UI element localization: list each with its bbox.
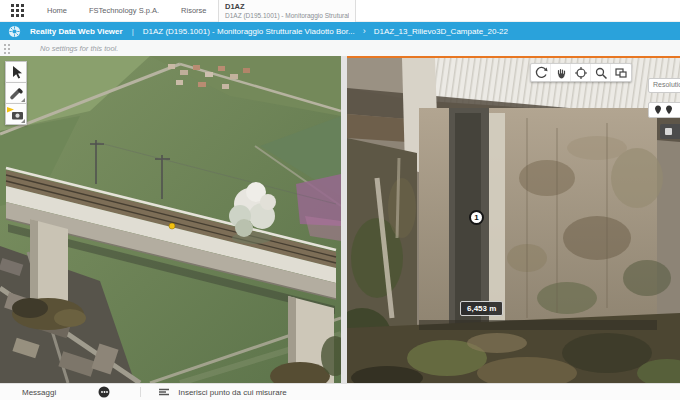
zoom-tool-button[interactable] — [591, 64, 611, 81]
measure-tool-button[interactable] — [5, 82, 27, 104]
breadcrumb-dataset[interactable]: D1AZ_13_Rilievo3D_Campate_20-22 — [374, 27, 508, 36]
messages-toggle[interactable]: Messaggi — [22, 388, 56, 397]
viewer-header-bar: Reality Data Web Viewer | D1AZ (D195.100… — [0, 22, 680, 40]
map-pin-icon — [654, 105, 662, 115]
app-launcher-grid-icon[interactable] — [11, 4, 25, 18]
breadcrumb-chevron-icon: › — [363, 26, 366, 36]
viewport-right-closeup[interactable]: 1 6,453 m Resolution — [347, 56, 680, 383]
measurement-label: 6,453 m — [460, 301, 503, 316]
panel-glyph-icon — [665, 128, 672, 135]
aerial-scene-render — [0, 56, 341, 383]
clipped-panel-resolution: Resolution — [648, 78, 680, 93]
reality-data-logo-icon — [8, 25, 21, 38]
point-marker-yellow — [169, 223, 175, 229]
fit-view-button[interactable] — [571, 64, 591, 81]
breadcrumb-project[interactable]: D1AZ (D195.1001) - Monitoraggio Struttur… — [143, 27, 355, 36]
orbit-icon — [534, 66, 548, 80]
notification-icon[interactable] — [98, 386, 110, 398]
pan-tool-button[interactable] — [551, 64, 571, 81]
closeup-scene-render — [347, 58, 680, 383]
orbit-tool-button[interactable] — [531, 64, 551, 81]
project-tab-subtitle: D1AZ (D195.1001) - Monitoraggio Strutura… — [225, 11, 349, 21]
dropdown-corner-icon — [21, 119, 25, 123]
zoom-magnifier-icon — [594, 66, 608, 80]
drag-handle-icon[interactable] — [3, 43, 10, 54]
capture-tool-button[interactable] — [5, 103, 27, 125]
viewport-area: 1 6,453 m Resolution — [0, 56, 680, 383]
viewport-left-aerial[interactable] — [0, 56, 341, 383]
project-tab[interactable]: D1AZ D1AZ (D195.1001) - Monitoraggio Str… — [218, 0, 356, 22]
app-window: Home FSTechnology S.p.A. Risorse Progett… — [0, 0, 680, 400]
cursor-arrow-icon — [8, 64, 24, 80]
menu-item-risorse[interactable]: Risorse — [181, 6, 206, 15]
fit-view-icon — [574, 66, 588, 80]
window-layout-button[interactable] — [611, 64, 631, 81]
status-separator — [140, 387, 141, 397]
select-tool-button[interactable] — [5, 61, 27, 83]
window-layout-icon — [614, 66, 628, 80]
status-bar: Messaggi Inserisci punto da cui misurare — [0, 383, 680, 400]
viewer-title: Reality Data Web Viewer — [30, 27, 123, 36]
measure-prompt-text: Inserisci punto da cui misurare — [178, 388, 287, 397]
pan-hand-icon — [554, 66, 568, 80]
view-toolbar — [530, 63, 632, 82]
measure-point-marker[interactable]: 1 — [469, 210, 484, 225]
breadcrumb-separator: | — [132, 27, 134, 36]
menu-item-fstechnology[interactable]: FSTechnology S.p.A. — [89, 6, 159, 15]
top-navigation-bar: Home FSTechnology S.p.A. Risorse Progett… — [0, 0, 680, 22]
clipped-panel-markers[interactable] — [648, 102, 680, 118]
project-tab-title: D1AZ — [225, 2, 349, 11]
dropdown-corner-icon — [21, 98, 25, 102]
clipped-panel-dark[interactable] — [660, 124, 680, 139]
tool-settings-bar: No settings for this tool. — [0, 40, 680, 56]
tool-palette — [5, 61, 27, 124]
tool-settings-message: No settings for this tool. — [40, 44, 118, 53]
menu-item-home[interactable]: Home — [47, 6, 67, 15]
map-pin-icon — [665, 105, 673, 115]
measure-prompt-icon — [158, 387, 170, 397]
